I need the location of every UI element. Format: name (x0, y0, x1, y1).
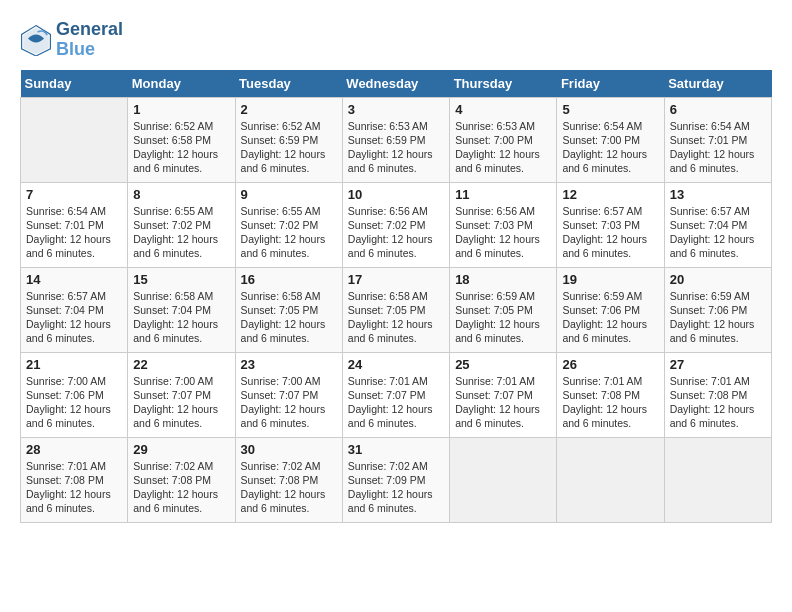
cell-content: Sunrise: 6:58 AM Sunset: 7:04 PM Dayligh… (133, 289, 229, 346)
calendar-cell: 27Sunrise: 7:01 AM Sunset: 7:08 PM Dayli… (664, 352, 771, 437)
day-number: 15 (133, 272, 229, 287)
calendar-cell: 6Sunrise: 6:54 AM Sunset: 7:01 PM Daylig… (664, 97, 771, 182)
cell-content: Sunrise: 6:58 AM Sunset: 7:05 PM Dayligh… (241, 289, 337, 346)
header-day-monday: Monday (128, 70, 235, 98)
cell-content: Sunrise: 7:02 AM Sunset: 7:08 PM Dayligh… (241, 459, 337, 516)
header-day-sunday: Sunday (21, 70, 128, 98)
calendar-cell: 7Sunrise: 6:54 AM Sunset: 7:01 PM Daylig… (21, 182, 128, 267)
calendar-cell: 24Sunrise: 7:01 AM Sunset: 7:07 PM Dayli… (342, 352, 449, 437)
day-number: 2 (241, 102, 337, 117)
day-number: 3 (348, 102, 444, 117)
cell-content: Sunrise: 6:59 AM Sunset: 7:05 PM Dayligh… (455, 289, 551, 346)
logo: General Blue (20, 20, 123, 60)
day-number: 26 (562, 357, 658, 372)
day-number: 31 (348, 442, 444, 457)
day-number: 4 (455, 102, 551, 117)
week-row-1: 1Sunrise: 6:52 AM Sunset: 6:58 PM Daylig… (21, 97, 772, 182)
cell-content: Sunrise: 6:54 AM Sunset: 7:00 PM Dayligh… (562, 119, 658, 176)
day-number: 25 (455, 357, 551, 372)
calendar-cell: 8Sunrise: 6:55 AM Sunset: 7:02 PM Daylig… (128, 182, 235, 267)
calendar-cell: 14Sunrise: 6:57 AM Sunset: 7:04 PM Dayli… (21, 267, 128, 352)
day-number: 18 (455, 272, 551, 287)
calendar-cell: 29Sunrise: 7:02 AM Sunset: 7:08 PM Dayli… (128, 437, 235, 522)
day-number: 21 (26, 357, 122, 372)
cell-content: Sunrise: 7:01 AM Sunset: 7:08 PM Dayligh… (26, 459, 122, 516)
calendar-cell: 3Sunrise: 6:53 AM Sunset: 6:59 PM Daylig… (342, 97, 449, 182)
day-number: 28 (26, 442, 122, 457)
calendar-cell (664, 437, 771, 522)
header-day-tuesday: Tuesday (235, 70, 342, 98)
calendar-cell: 23Sunrise: 7:00 AM Sunset: 7:07 PM Dayli… (235, 352, 342, 437)
cell-content: Sunrise: 7:00 AM Sunset: 7:06 PM Dayligh… (26, 374, 122, 431)
cell-content: Sunrise: 6:54 AM Sunset: 7:01 PM Dayligh… (670, 119, 766, 176)
cell-content: Sunrise: 6:55 AM Sunset: 7:02 PM Dayligh… (133, 204, 229, 261)
day-number: 5 (562, 102, 658, 117)
cell-content: Sunrise: 6:57 AM Sunset: 7:03 PM Dayligh… (562, 204, 658, 261)
calendar-cell: 19Sunrise: 6:59 AM Sunset: 7:06 PM Dayli… (557, 267, 664, 352)
cell-content: Sunrise: 7:02 AM Sunset: 7:08 PM Dayligh… (133, 459, 229, 516)
calendar-cell: 4Sunrise: 6:53 AM Sunset: 7:00 PM Daylig… (450, 97, 557, 182)
cell-content: Sunrise: 7:01 AM Sunset: 7:07 PM Dayligh… (455, 374, 551, 431)
cell-content: Sunrise: 6:55 AM Sunset: 7:02 PM Dayligh… (241, 204, 337, 261)
calendar-cell (557, 437, 664, 522)
day-number: 27 (670, 357, 766, 372)
cell-content: Sunrise: 6:54 AM Sunset: 7:01 PM Dayligh… (26, 204, 122, 261)
day-number: 1 (133, 102, 229, 117)
day-number: 20 (670, 272, 766, 287)
cell-content: Sunrise: 6:52 AM Sunset: 6:59 PM Dayligh… (241, 119, 337, 176)
week-row-2: 7Sunrise: 6:54 AM Sunset: 7:01 PM Daylig… (21, 182, 772, 267)
cell-content: Sunrise: 7:01 AM Sunset: 7:07 PM Dayligh… (348, 374, 444, 431)
page-header: General Blue (20, 20, 772, 60)
calendar-cell: 1Sunrise: 6:52 AM Sunset: 6:58 PM Daylig… (128, 97, 235, 182)
cell-content: Sunrise: 7:01 AM Sunset: 7:08 PM Dayligh… (562, 374, 658, 431)
cell-content: Sunrise: 6:58 AM Sunset: 7:05 PM Dayligh… (348, 289, 444, 346)
calendar-cell: 10Sunrise: 6:56 AM Sunset: 7:02 PM Dayli… (342, 182, 449, 267)
calendar-cell (21, 97, 128, 182)
week-row-4: 21Sunrise: 7:00 AM Sunset: 7:06 PM Dayli… (21, 352, 772, 437)
header-day-wednesday: Wednesday (342, 70, 449, 98)
cell-content: Sunrise: 7:00 AM Sunset: 7:07 PM Dayligh… (133, 374, 229, 431)
cell-content: Sunrise: 6:56 AM Sunset: 7:03 PM Dayligh… (455, 204, 551, 261)
calendar-cell: 21Sunrise: 7:00 AM Sunset: 7:06 PM Dayli… (21, 352, 128, 437)
cell-content: Sunrise: 6:57 AM Sunset: 7:04 PM Dayligh… (26, 289, 122, 346)
calendar-cell: 31Sunrise: 7:02 AM Sunset: 7:09 PM Dayli… (342, 437, 449, 522)
day-number: 30 (241, 442, 337, 457)
day-number: 14 (26, 272, 122, 287)
header-row: SundayMondayTuesdayWednesdayThursdayFrid… (21, 70, 772, 98)
cell-content: Sunrise: 6:53 AM Sunset: 6:59 PM Dayligh… (348, 119, 444, 176)
calendar-cell: 25Sunrise: 7:01 AM Sunset: 7:07 PM Dayli… (450, 352, 557, 437)
calendar-cell: 12Sunrise: 6:57 AM Sunset: 7:03 PM Dayli… (557, 182, 664, 267)
day-number: 11 (455, 187, 551, 202)
calendar-cell: 11Sunrise: 6:56 AM Sunset: 7:03 PM Dayli… (450, 182, 557, 267)
header-day-thursday: Thursday (450, 70, 557, 98)
calendar-cell: 30Sunrise: 7:02 AM Sunset: 7:08 PM Dayli… (235, 437, 342, 522)
day-number: 10 (348, 187, 444, 202)
calendar-cell: 22Sunrise: 7:00 AM Sunset: 7:07 PM Dayli… (128, 352, 235, 437)
cell-content: Sunrise: 6:57 AM Sunset: 7:04 PM Dayligh… (670, 204, 766, 261)
cell-content: Sunrise: 6:59 AM Sunset: 7:06 PM Dayligh… (562, 289, 658, 346)
day-number: 9 (241, 187, 337, 202)
day-number: 22 (133, 357, 229, 372)
header-day-saturday: Saturday (664, 70, 771, 98)
day-number: 23 (241, 357, 337, 372)
logo-text: General Blue (56, 20, 123, 60)
cell-content: Sunrise: 6:59 AM Sunset: 7:06 PM Dayligh… (670, 289, 766, 346)
calendar-cell: 2Sunrise: 6:52 AM Sunset: 6:59 PM Daylig… (235, 97, 342, 182)
cell-content: Sunrise: 7:01 AM Sunset: 7:08 PM Dayligh… (670, 374, 766, 431)
logo-icon (20, 24, 52, 56)
day-number: 6 (670, 102, 766, 117)
day-number: 16 (241, 272, 337, 287)
day-number: 8 (133, 187, 229, 202)
week-row-5: 28Sunrise: 7:01 AM Sunset: 7:08 PM Dayli… (21, 437, 772, 522)
calendar-cell: 15Sunrise: 6:58 AM Sunset: 7:04 PM Dayli… (128, 267, 235, 352)
calendar-cell: 16Sunrise: 6:58 AM Sunset: 7:05 PM Dayli… (235, 267, 342, 352)
calendar-cell: 9Sunrise: 6:55 AM Sunset: 7:02 PM Daylig… (235, 182, 342, 267)
cell-content: Sunrise: 6:56 AM Sunset: 7:02 PM Dayligh… (348, 204, 444, 261)
cell-content: Sunrise: 7:00 AM Sunset: 7:07 PM Dayligh… (241, 374, 337, 431)
day-number: 19 (562, 272, 658, 287)
week-row-3: 14Sunrise: 6:57 AM Sunset: 7:04 PM Dayli… (21, 267, 772, 352)
cell-content: Sunrise: 6:52 AM Sunset: 6:58 PM Dayligh… (133, 119, 229, 176)
calendar-cell: 5Sunrise: 6:54 AM Sunset: 7:00 PM Daylig… (557, 97, 664, 182)
calendar-cell: 20Sunrise: 6:59 AM Sunset: 7:06 PM Dayli… (664, 267, 771, 352)
day-number: 13 (670, 187, 766, 202)
